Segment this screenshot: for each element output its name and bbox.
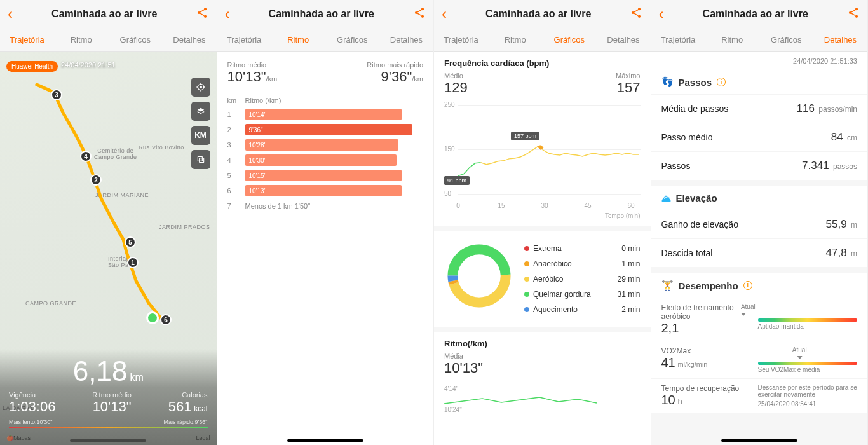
zones-donut xyxy=(444,241,514,311)
tab-trajetoria[interactable]: Trajetória xyxy=(217,28,271,51)
pace-row: 29'36" xyxy=(217,122,434,137)
stats-overlay: 6,18km Vigência1:03:06 Ritmo médio10'13"… xyxy=(0,349,217,445)
zones-section: Extrema0 minAnaeróbico1 minAeróbico29 mi… xyxy=(434,226,651,327)
svg-point-2 xyxy=(204,15,207,18)
back-icon[interactable]: ‹ xyxy=(8,5,13,23)
mountain-icon: ⛰ xyxy=(661,193,671,203)
tab-detalhes[interactable]: Detalhes xyxy=(596,28,650,51)
back-icon[interactable]: ‹ xyxy=(225,5,230,23)
zone-row: Queimar gordura31 min xyxy=(524,287,641,302)
share-icon[interactable] xyxy=(630,6,642,22)
detail-row: Passo médio84 cm xyxy=(651,123,868,151)
home-indicator xyxy=(721,439,797,442)
pace-row: 310'28" xyxy=(217,137,434,153)
back-icon[interactable]: ‹ xyxy=(659,5,664,23)
page-title: Caminhada ao ar livre xyxy=(269,8,374,20)
zone-row: Aeróbico29 min xyxy=(524,271,641,287)
map-datetime: 24/04/2020 21:51 xyxy=(61,61,116,69)
tab-graficos[interactable]: Gráficos xyxy=(108,28,162,51)
detail-timestamp: 24/04/2020 21:51:33 xyxy=(651,52,868,70)
tab-graficos[interactable]: Gráficos xyxy=(542,28,596,51)
pane-trajetoria: ‹ Caminhada ao ar livre Trajetória Ritmo… xyxy=(0,0,217,445)
svg-point-20 xyxy=(855,15,858,18)
hr-title: Frequência cardíaca (bpm) xyxy=(434,52,651,72)
info-icon[interactable]: i xyxy=(717,78,726,86)
distance: 6,18km xyxy=(9,355,208,387)
header: ‹ Caminhada ao ar livre xyxy=(217,0,434,28)
page-title: Caminhada ao ar livre xyxy=(703,8,808,20)
steps-group: 👣Passosi Média de passos116 passos/minPa… xyxy=(651,70,868,180)
zone-row: Aquecimento2 min xyxy=(524,302,641,317)
info-icon[interactable]: i xyxy=(743,281,752,290)
share-icon[interactable] xyxy=(413,6,426,22)
hr-max-annotation: 157 bpm xyxy=(511,132,539,140)
detail-row: Passos7.341 passos xyxy=(651,151,868,180)
svg-rect-6 xyxy=(198,156,202,161)
svg-point-18 xyxy=(855,8,858,10)
km-marker-6: 6 xyxy=(160,314,172,325)
training-effect-row: Efeito de treinamento aeróbico2,1 AtualA… xyxy=(651,298,868,341)
graficos-content: Frequência cardíaca (bpm) Médio129 Máxim… xyxy=(434,52,651,445)
locate-button[interactable] xyxy=(191,78,210,97)
tab-detalhes[interactable]: Detalhes xyxy=(813,28,867,51)
tab-ritmo[interactable]: Ritmo xyxy=(54,28,108,51)
footsteps-icon: 👣 xyxy=(661,76,674,88)
app-badge: Huawei Health xyxy=(6,61,58,72)
detalhes-content: 24/04/2020 21:51:33 👣Passosi Média de pa… xyxy=(651,52,868,445)
svg-point-12 xyxy=(638,15,641,18)
vo2max-row: VO2Max41 ml/kg/min AtualSeu VO2Max é méd… xyxy=(651,341,868,378)
svg-rect-5 xyxy=(199,158,203,163)
detail-row: Ganho de elevação55,9 m xyxy=(651,210,868,238)
km-button[interactable]: KM xyxy=(191,126,210,145)
svg-point-4 xyxy=(200,86,201,88)
tab-detalhes[interactable]: Detalhes xyxy=(379,28,433,51)
detail-row: Descida total47,8 m xyxy=(651,238,868,267)
tab-graficos[interactable]: Gráficos xyxy=(325,28,379,51)
layers-button[interactable] xyxy=(191,102,210,121)
tab-trajetoria[interactable]: Trajetória xyxy=(0,28,54,51)
pace-row: 510'15" xyxy=(217,168,434,183)
pace-bars: 110'14"29'36"310'28"410'30"510'15"610'13… xyxy=(217,107,434,198)
tab-ritmo[interactable]: Ritmo xyxy=(271,28,325,51)
back-icon[interactable]: ‹ xyxy=(442,5,447,23)
zone-row: Extrema0 min xyxy=(524,241,641,256)
tab-trajetoria[interactable]: Trajetória xyxy=(434,28,488,51)
hr-peak-icon: ◆ xyxy=(538,143,543,151)
share-icon[interactable] xyxy=(847,6,860,22)
svg-point-7 xyxy=(421,8,424,10)
elevation-group: ⛰Elevação Ganho de elevação55,9 mDescida… xyxy=(651,186,868,267)
tabs: Trajetória Ritmo Gráficos Detalhes xyxy=(434,28,651,52)
pace-sparkline xyxy=(444,395,641,406)
tab-ritmo[interactable]: Ritmo xyxy=(488,28,542,51)
home-indicator xyxy=(70,439,146,442)
km-marker-5: 5 xyxy=(125,236,136,248)
page-title: Caminhada ao ar livre xyxy=(485,8,591,20)
tab-detalhes[interactable]: Detalhes xyxy=(162,28,216,51)
hr-line xyxy=(458,101,640,195)
pane-graficos: ‹ Caminhada ao ar livre Trajetória Ritmo… xyxy=(434,0,651,445)
map[interactable]: JARDIM MARIANE JARDIM PRADOS CAMPO GRAND… xyxy=(0,52,217,445)
svg-point-9 xyxy=(421,15,424,18)
share-icon[interactable] xyxy=(196,6,208,22)
km-marker-4: 4 xyxy=(80,151,92,162)
tab-trajetoria[interactable]: Trajetória xyxy=(651,28,705,51)
header: ‹ Caminhada ao ar livre xyxy=(651,0,868,28)
performance-group: 🏋Desempenhoi Efeito de treinamento aerób… xyxy=(651,273,868,413)
svg-point-0 xyxy=(204,8,207,10)
tabs: Trajetória Ritmo Gráficos Detalhes xyxy=(651,28,868,52)
recovery-row: Tempo de recuperação10 h Descanse por es… xyxy=(651,378,868,413)
pace-gradient xyxy=(9,427,208,428)
zone-row: Anaeróbico1 min xyxy=(524,256,641,271)
hr-min-annotation: 91 bpm xyxy=(444,176,470,185)
svg-point-10 xyxy=(638,8,641,10)
tab-graficos[interactable]: Gráficos xyxy=(759,28,813,51)
tabs: Trajetória Ritmo Gráficos Detalhes xyxy=(217,28,434,52)
tab-ritmo[interactable]: Ritmo xyxy=(705,28,759,51)
map-legal[interactable]: Legal xyxy=(196,435,210,441)
ritmo-content: Ritmo médio10'13"/km Ritmo mais rápido9'… xyxy=(217,52,434,445)
map-attribution: 🍎Mapas xyxy=(6,435,31,441)
pane-ritmo: ‹ Caminhada ao ar livre Trajetória Ritmo… xyxy=(217,0,435,445)
zones-legend: Extrema0 minAnaeróbico1 minAeróbico29 mi… xyxy=(524,241,641,317)
map-content: JARDIM MARIANE JARDIM PRADOS CAMPO GRAND… xyxy=(0,52,217,445)
copy-button[interactable] xyxy=(191,150,210,169)
